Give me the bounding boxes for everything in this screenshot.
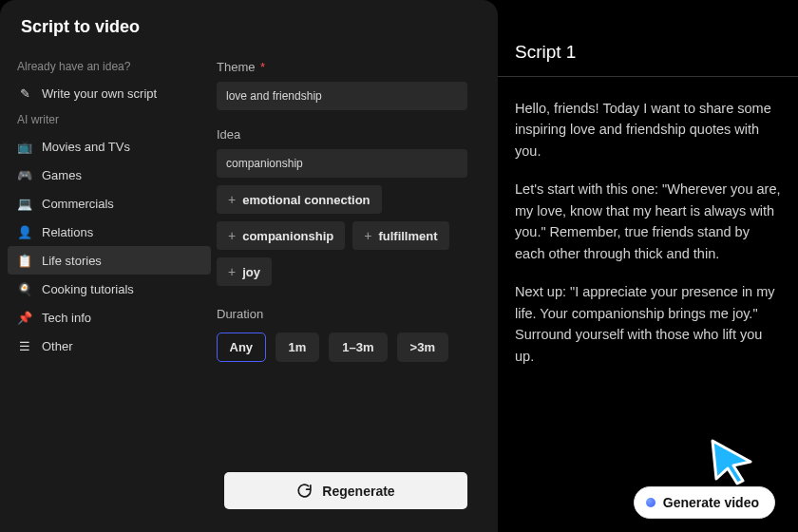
sidebar-item-label: Cooking tutorials <box>42 282 134 296</box>
regenerate-button[interactable]: Regenerate <box>224 472 467 509</box>
page-title: Script to video <box>21 17 477 37</box>
plus-icon: + <box>228 228 236 243</box>
sidebar-item-label: Relations <box>42 225 93 239</box>
idea-chip[interactable]: +companionship <box>217 221 345 250</box>
duration-option[interactable]: 1–3m <box>329 332 387 362</box>
pencil-icon: ✎ <box>17 86 32 101</box>
idea-chips: +emotional connection+companionship+fulf… <box>217 185 467 286</box>
sidebar-item-life-stories[interactable]: 📋Life stories <box>8 246 211 275</box>
idea-chip[interactable]: +emotional connection <box>217 185 382 214</box>
idea-chip[interactable]: +joy <box>217 257 272 286</box>
category-icon: 📋 <box>17 253 32 268</box>
script-body: Hello, friends! Today I want to share so… <box>498 77 798 393</box>
sidebar-item-other[interactable]: ☰Other <box>8 332 211 360</box>
script-paragraph: Hello, friends! Today I want to share so… <box>515 98 781 162</box>
category-icon: ☰ <box>17 338 32 353</box>
sidebar-item-commercials[interactable]: 💻Commercials <box>8 189 211 218</box>
duration-label: Duration <box>217 307 467 321</box>
idea-input[interactable] <box>217 149 467 178</box>
category-icon: 📺 <box>17 139 32 154</box>
category-icon: 💻 <box>17 196 32 211</box>
generate-video-button[interactable]: Generate video <box>634 486 775 519</box>
script-paragraph: Let's start with this one: "Wherever you… <box>515 179 781 264</box>
sidebar-item-cooking-tutorials[interactable]: 🍳Cooking tutorials <box>8 275 211 303</box>
sidebar-item-movies-and-tvs[interactable]: 📺Movies and TVs <box>8 132 211 161</box>
chip-label: fulfillment <box>378 229 437 243</box>
chip-label: emotional connection <box>242 193 370 207</box>
section-idea-label: Already have an idea? <box>8 54 211 79</box>
category-icon: 🍳 <box>17 281 32 296</box>
duration-option[interactable]: >3m <box>397 332 448 362</box>
form-column: Theme * Idea +emotional connection+compa… <box>217 50 498 532</box>
sidebar-item-label: Movies and TVs <box>42 140 130 154</box>
section-ai-label: AI writer <box>8 107 211 132</box>
header: Script to video <box>0 0 498 50</box>
sidebar-item-label: Commercials <box>42 197 114 211</box>
sidebar-item-label: Life stories <box>42 254 102 268</box>
sidebar-item-relations[interactable]: 👤Relations <box>8 218 211 246</box>
script-paragraph: Next up: "I appreciate your presence in … <box>515 281 781 367</box>
category-icon: 🎮 <box>17 167 32 182</box>
sparkle-icon <box>646 498 656 507</box>
regenerate-label: Regenerate <box>322 484 394 499</box>
sidebar: Already have an idea? ✎ Write your own s… <box>0 50 217 532</box>
plus-icon: + <box>228 264 236 279</box>
idea-chip[interactable]: +fulfillment <box>352 221 448 250</box>
sidebar-item-label: Games <box>42 168 82 182</box>
duration-option[interactable]: Any <box>217 332 266 362</box>
plus-icon: + <box>228 192 236 207</box>
category-icon: 👤 <box>17 224 32 239</box>
category-icon: 📌 <box>17 310 32 325</box>
sidebar-item-games[interactable]: 🎮Games <box>8 161 211 189</box>
sidebar-item-label: Tech info <box>42 311 91 325</box>
idea-label: Idea <box>217 127 467 142</box>
sidebar-item-label: Write your own script <box>42 86 157 101</box>
chip-label: companionship <box>242 229 333 243</box>
sidebar-item-tech-info[interactable]: 📌Tech info <box>8 303 211 332</box>
chip-label: joy <box>242 265 260 279</box>
script-title: Script 1 <box>515 42 781 63</box>
generate-label: Generate video <box>663 495 759 510</box>
duration-option[interactable]: 1m <box>276 332 320 362</box>
theme-label: Theme * <box>217 60 467 74</box>
theme-input[interactable] <box>217 82 467 110</box>
plus-icon: + <box>364 228 371 243</box>
script-panel: Script 1 Hello, friends! Today I want to… <box>498 0 798 532</box>
duration-options: Any1m1–3m>3m <box>217 332 467 362</box>
sidebar-item-label: Other <box>42 339 73 353</box>
refresh-icon <box>296 483 313 499</box>
write-own-script[interactable]: ✎ Write your own script <box>8 79 211 107</box>
